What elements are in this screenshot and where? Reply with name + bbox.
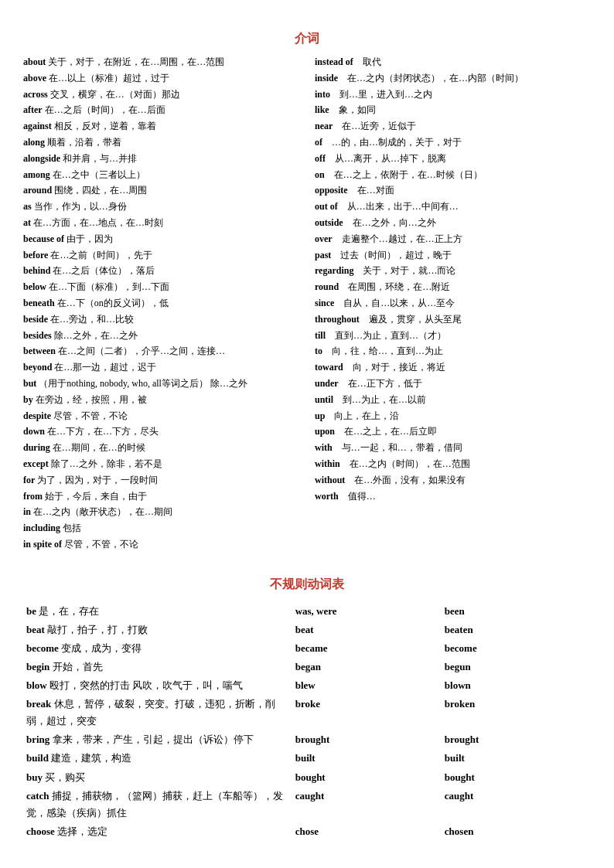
prep-word: off [315, 153, 326, 164]
table-row: begin 开始，首先 began begun [23, 658, 591, 676]
prep-word: without [315, 475, 345, 485]
prep-def: 在…之内（敞开状态），在…期间 [33, 506, 172, 517]
prep-entry: over 走遍整个…越过，在…正上方 [315, 232, 591, 247]
prep-entry: in spite of 尽管，不管，不论 [23, 537, 299, 553]
prep-word: on [315, 169, 325, 180]
prep-entry: above 在…以上（标准）超过，过于 [23, 71, 299, 87]
prep-word: near [315, 121, 333, 131]
verb-definition: 选择，选定 [57, 825, 107, 837]
verb-base-cell: be 是，在，存在 [23, 602, 292, 621]
prep-entry: off 从…离开，从…掉下，脱离 [315, 151, 591, 167]
prep-def: 交叉，横穿，在…（对面）那边 [50, 89, 180, 100]
verb-word: beat [26, 624, 45, 635]
prep-entry: except 除了…之外，除非，若不是 [23, 457, 299, 472]
prep-entry: because of 由于，因为 [23, 232, 299, 247]
prep-def: 象，如同 [339, 104, 376, 115]
verb-past-cell: blew [292, 676, 442, 695]
prep-entry: throughout 遍及，贯穿，从头至尾 [315, 312, 591, 328]
prep-word: behind [23, 265, 50, 276]
prep-word: but [23, 378, 36, 389]
prep-def: 和并肩，与…并排 [63, 153, 137, 164]
prep-entry: around 围绕，四处，在…周围 [23, 183, 299, 199]
prep-def: 值得… [348, 491, 376, 502]
verb-definition: 拿来，带来，产生，引起，提出（诉讼）停下 [53, 734, 254, 745]
prep-def: 到…为止，在…以前 [343, 394, 426, 405]
prep-def: 为了，因为，对于，一段时间 [37, 475, 158, 485]
verb-pp-cell: built [442, 749, 591, 768]
prep-def: 到…里，进入到…之内 [339, 89, 432, 100]
prep-def: 在…旁边，和…比较 [50, 314, 134, 325]
verb-past-cell: brought [292, 730, 442, 749]
table-row: catch 捕捉，捕获物，（篮网）捕获，赶上（车船等），发觉，感染（疾病）抓住 … [23, 787, 591, 822]
prep-word: besides [23, 330, 52, 341]
prep-entry: since 自从，自…以来，从…至今 [315, 296, 591, 311]
verb-base-cell: choose 选择，选定 [23, 822, 292, 841]
prep-word: past [315, 250, 331, 260]
prep-entry: before 在…之前（时间），先于 [23, 248, 299, 264]
prep-entry: by 在旁边，经，按照，用，被 [23, 393, 299, 408]
verb-base-cell: bring 拿来，带来，产生，引起，提出（诉讼）停下 [23, 730, 292, 749]
prep-def: 尽管，不管，不论 [64, 539, 138, 550]
prep-entry: past 过去（时间），超过，晚于 [315, 248, 591, 264]
prep-entry: near 在…近旁，近似于 [315, 119, 591, 134]
prep-right-col: instead of 取代inside 在…之内（封闭状态），在…内部（时间）i… [315, 55, 591, 553]
verb-past-cell: built [292, 749, 442, 768]
prep-def: 关于，对于，在附近，在…周围，在…范围 [48, 56, 224, 67]
prep-word: around [23, 185, 52, 196]
prep-entry: among 在…之中（三者以上） [23, 168, 299, 183]
prepositions-title: 介词 [23, 31, 591, 47]
verb-table: be 是，在，存在 was, were been beat 敲打，拍子，打，打败… [23, 602, 591, 841]
prep-word: throughout [315, 314, 360, 325]
prep-entry: without 在…外面，没有，如果没有 [315, 473, 591, 488]
prep-word: in spite of [23, 539, 62, 550]
verb-word: blow [26, 679, 47, 691]
table-row: beat 敲打，拍子，打，打败 beat beaten [23, 621, 591, 639]
prep-entry: like 象，如同 [315, 103, 591, 118]
prep-word: down [23, 426, 45, 437]
verb-past-cell: caught [292, 787, 442, 822]
prep-word: as [23, 201, 32, 212]
prep-entry: into 到…里，进入到…之内 [315, 87, 591, 103]
prep-word: upon [315, 426, 335, 437]
verbs-section: 不规则动词表 be 是，在，存在 was, were been beat 敲打，… [23, 577, 591, 841]
prep-entry: opposite 在…对面 [315, 183, 591, 199]
prep-def: 关于，对于，就…而论 [363, 265, 455, 276]
verb-definition: 建造，建筑，构造 [51, 752, 131, 764]
prep-def: 在…之后（体位），落后 [53, 265, 155, 276]
prep-entry: instead of 取代 [315, 55, 591, 70]
prep-entry: beyond 在…那一边，超过，迟于 [23, 360, 299, 376]
verb-past-cell: was, were [292, 602, 442, 621]
prep-def: 遍及，贯穿，从头至尾 [369, 314, 462, 325]
verb-definition: 殴打，突然的打击 风吹，吹气于，叫，喘气 [49, 679, 243, 691]
prep-entry: out of 从…出来，出于…中间有… [315, 199, 591, 215]
verb-word: break [26, 698, 51, 710]
verb-past-cell: broke [292, 695, 442, 730]
verb-base-cell: break 休息，暂停，破裂，突变。打破，违犯，折断，削弱，超过，突变 [23, 695, 292, 730]
prep-word: by [23, 394, 33, 405]
prep-def: 除…之外，在…之外 [54, 330, 138, 341]
prep-entry: besides 除…之外，在…之外 [23, 328, 299, 344]
verb-base-cell: buy 买，购买 [23, 768, 292, 787]
prep-entry: within 在…之内（时间），在…范围 [315, 457, 591, 472]
prep-word: outside [315, 217, 343, 228]
prep-entry: below 在…下面（标准），到…下面 [23, 280, 299, 295]
prep-def: 直到…为止，直到…（才） [335, 330, 446, 341]
prep-def: （用于nothing, nobody, who, all等词之后） 除…之外 [39, 378, 247, 389]
prepositions-container: about 关于，对于，在附近，在…周围，在…范围above 在…以上（标准）超… [23, 55, 591, 553]
verb-pp-cell: beaten [442, 621, 591, 639]
prep-word: till [315, 330, 326, 341]
prep-entry: with 与…一起，和…，带着，借同 [315, 441, 591, 456]
prep-entry: against 相反，反对，逆着，靠着 [23, 119, 299, 134]
prep-entry: till 直到…为止，直到…（才） [315, 328, 591, 344]
prep-word: despite [23, 410, 51, 421]
prep-word: between [23, 345, 56, 356]
verb-base-cell: build 建造，建筑，构造 [23, 749, 292, 768]
prep-def: 除了…之外，除非，若不是 [51, 458, 162, 469]
prep-word: alongside [23, 153, 60, 164]
verb-word: build [26, 752, 49, 764]
table-row: choose 选择，选定 chose chosen [23, 822, 591, 841]
verb-past-cell: bought [292, 768, 442, 787]
prep-def: 在…之上，依附于，在…时候（日） [334, 169, 483, 180]
prep-def: 尽管，不管，不论 [53, 410, 128, 421]
prep-entry: down 在…下方，在…下方，尽头 [23, 424, 299, 440]
